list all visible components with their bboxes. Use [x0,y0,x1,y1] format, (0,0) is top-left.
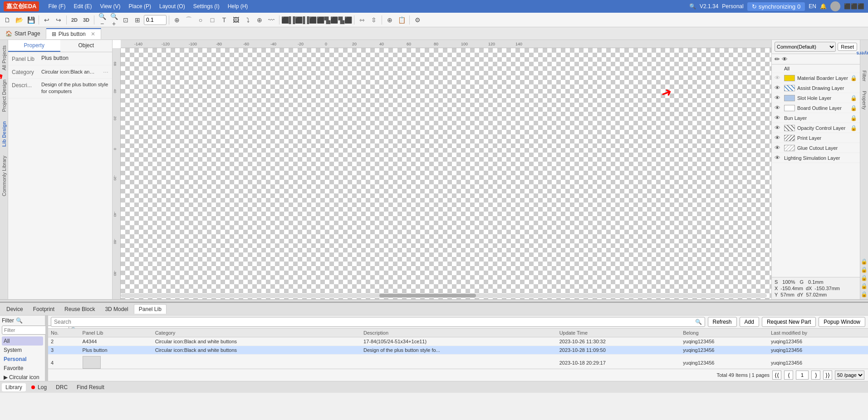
panel-tab-property[interactable]: Property [8,40,60,52]
layer-row-lighting[interactable]: 👁 Lighting Simulation Layer [772,153,860,163]
btab-reuse-block[interactable]: Reuse Block [60,305,99,314]
th-no[interactable]: No. [48,329,80,337]
filter-search-icon[interactable]: 🔍 [16,317,23,324]
layer-eye-opacity[interactable]: 👁 [775,124,782,131]
menu-layout[interactable]: Layout (O) [156,2,189,10]
popup-window-button[interactable]: Popup Window [819,317,865,327]
layer-row-opacity[interactable]: 👁 Opacity Control Layer 🔒 [772,123,860,133]
align-middle-button[interactable]: ▄⬛▀ [329,15,340,25]
lib-item-system[interactable]: System [2,346,43,355]
table-row[interactable]: 4 2023-10-18 20:29:17 yuqing123456 yuqin… [48,355,868,369]
layer-row-glue-cutout[interactable]: 👁 Glue Cutout Layer [772,143,860,153]
search-box[interactable]: 🔍 [51,317,705,327]
layer-eye-print[interactable]: 👁 [775,134,782,141]
layer-lock-board[interactable]: 🔒 [850,105,857,111]
distribute-h-button[interactable]: ⇿ [357,15,368,25]
page-number-input[interactable] [796,371,809,380]
menu-settings[interactable]: Settings (I) [190,2,223,10]
track-button[interactable]: 〰 [266,15,277,25]
request-new-part-button[interactable]: Request New Part [762,317,816,327]
canvas-area[interactable]: -140 -120 -100 -80 -60 -40 -20 0 20 40 6… [113,40,771,299]
menu-edit[interactable]: Edit (E) [70,2,95,10]
layer-eye-slot[interactable]: 👁 [775,94,782,101]
layer-row-print[interactable]: 👁 Print Layer [772,133,860,143]
table-row[interactable]: 2 A4344 Circular icon:Black and white bu… [48,337,868,346]
layer-eye-glue[interactable]: 👁 [775,144,782,151]
per-page-select[interactable]: 50 /page [835,371,864,380]
lib-item-favorite[interactable]: Favorite [2,364,43,373]
settings-icon-button[interactable]: ⚙ [412,15,423,25]
layer-eye-bun[interactable]: 👁 [775,114,782,121]
copy-button[interactable]: ⊕ [384,15,395,25]
h-scrollbar-track[interactable] [121,294,767,297]
menu-file[interactable]: File (F) [44,2,69,10]
lock-icon-2[interactable]: 🔒 [861,267,868,273]
rect-button[interactable]: □ [207,15,218,25]
avatar[interactable] [830,1,840,11]
paste-button[interactable]: 📋 [396,15,407,25]
sidebar-tab-property-right[interactable]: Property [861,87,868,114]
layer-eye-material[interactable]: 👁 [775,74,782,81]
align-bottom-button[interactable]: ▄⬛ [341,15,352,25]
layer-lock-slot[interactable]: 🔒 [850,95,857,101]
btab-device[interactable]: Device [2,305,28,314]
bltab-drc[interactable]: DRC [52,383,71,391]
lib-cat-circular[interactable]: ▶ Circular icon [2,373,43,381]
lock-icon-3[interactable]: 🔒 [861,275,868,281]
h-scrollbar-thumb[interactable] [379,294,476,297]
layer-eye-assist[interactable]: 👁 [775,84,782,91]
canvas-content[interactable] [121,48,771,299]
lang-label[interactable]: EN [809,3,816,10]
bltab-library[interactable]: Library [2,383,26,391]
sidebar-tab-filter[interactable]: Filter [861,67,868,85]
lock-icon-5[interactable]: 🔒 [861,291,868,297]
layer-row-bun[interactable]: 👁 Bun Layer 🔒 [772,113,860,123]
th-last-modified[interactable]: Last modified by [768,329,868,337]
search-icon[interactable]: 🔍 [695,319,702,325]
menu-help[interactable]: Help (H) [224,2,252,10]
layer-row-slot-hole[interactable]: 👁 Slot Hole Layer 🔒 [772,93,860,103]
align-center-button[interactable]: ▐⬛▌ [294,15,304,25]
netflag-button[interactable]: ⊕ [172,15,182,25]
via-button[interactable]: ⊕ [254,15,265,25]
th-belong[interactable]: Belong [680,329,768,337]
bltab-log[interactable]: Log [28,383,50,391]
user-menu-icons[interactable]: ⬛⬛⬛ [844,3,864,10]
zoom-out-button[interactable]: 🔍− [97,15,108,25]
sync-button[interactable]: ↻ synchronizing 0 [747,2,805,11]
th-description[interactable]: Description [361,329,557,337]
btab-3d-model[interactable]: 3D Model [100,305,132,314]
notification-icon[interactable]: 🔔 [820,3,827,10]
btab-footprint[interactable]: Footprint [29,305,59,314]
tab-close-icon[interactable]: ✕ [91,31,95,37]
menu-place[interactable]: Place (P) [125,2,155,10]
pencil-icon[interactable]: ✏ [775,55,780,63]
open-button[interactable]: 📂 [14,15,25,25]
sidebar-tab-lib-design[interactable]: Lib Design [0,118,8,150]
sidebar-tab-layers[interactable]: Layers [853,50,868,57]
fit-button[interactable]: ⊡ [120,15,131,25]
btab-panel-lib[interactable]: Panel Lib [134,304,167,314]
2d-button[interactable]: 2D [69,15,80,25]
th-update-time[interactable]: Update Time [557,329,681,337]
distribute-v-button[interactable]: ⇳ [368,15,379,25]
layer-row-material-boarder[interactable]: 👁 Material Boarder Layer 🔒 [772,73,860,83]
layer-row-board-outline[interactable]: 👁 Board Outline Layer 🔒 [772,103,860,113]
zoom-in-button[interactable]: 🔍+ [108,15,119,25]
layer-lock-opacity[interactable]: 🔒 [850,125,857,131]
route-button[interactable]: ⤵ [242,15,253,25]
eye-all-icon[interactable]: 👁 [782,56,788,63]
lock-icon-1[interactable]: 🔒 [861,258,868,265]
layer-row-assist[interactable]: 👁 Assist Drawing Layer [772,83,860,93]
layer-profile-select[interactable]: Common(Default) [775,42,836,52]
panel-tab-object[interactable]: Object [60,40,113,52]
zoom-value-input[interactable] [144,15,167,25]
text-button[interactable]: T [219,15,230,25]
layer-lock-material[interactable]: 🔒 [850,75,857,81]
th-panel-lib[interactable]: Panel Lib [80,329,152,337]
sidebar-tab-project-design[interactable]: Project Design [0,76,8,116]
undo-button[interactable]: ↩ [41,15,52,25]
arc-button[interactable]: ⌒ [183,15,194,25]
lib-item-all[interactable]: All [2,336,43,346]
sidebar-tab-all-projects[interactable]: All Projects [0,42,8,74]
